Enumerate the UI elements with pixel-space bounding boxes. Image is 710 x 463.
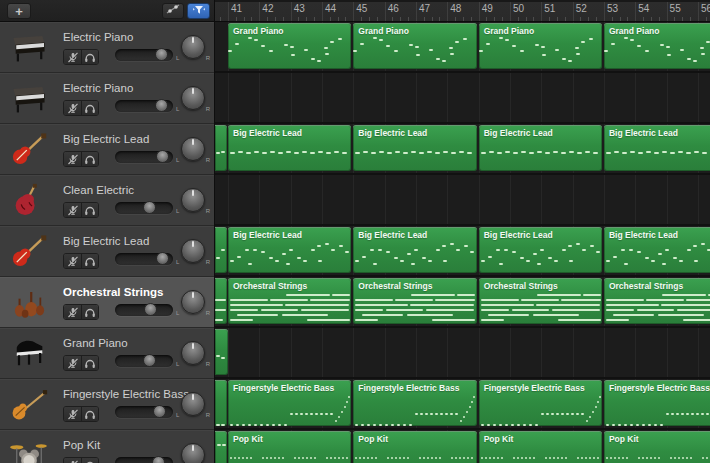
midi-region[interactable]: Orchestral Strings <box>228 278 351 324</box>
midi-note <box>386 251 390 253</box>
volume-knob[interactable] <box>156 252 169 265</box>
solo-button[interactable] <box>81 458 98 463</box>
track-header-row[interactable]: Clean ElectricLR <box>0 175 215 226</box>
track-header-row[interactable]: Orchestral StringsLR <box>0 277 215 328</box>
midi-note <box>332 294 350 296</box>
volume-slider[interactable] <box>115 457 173 463</box>
midi-region[interactable]: Orchestral Strings <box>604 278 710 324</box>
track-header-row[interactable]: Electric PianoLR <box>0 73 215 124</box>
volume-slider[interactable] <box>115 100 173 112</box>
mute-button[interactable] <box>64 101 81 115</box>
pan-knob[interactable]: LR <box>181 341 205 365</box>
midi-note <box>415 413 418 415</box>
pan-knob[interactable]: LR <box>181 188 205 212</box>
volume-knob[interactable] <box>143 201 156 214</box>
bar-ruler[interactable]: 41424344454647484950515253545556 <box>215 0 710 22</box>
volume-slider[interactable] <box>115 253 173 265</box>
volume-knob[interactable] <box>152 456 165 463</box>
volume-slider[interactable] <box>115 355 173 367</box>
midi-region-tail[interactable] <box>215 278 227 324</box>
add-track-button[interactable]: + <box>7 3 31 19</box>
pan-knob[interactable]: LR <box>181 86 205 110</box>
volume-knob[interactable] <box>144 303 157 316</box>
mute-button[interactable] <box>64 50 81 64</box>
pan-knob[interactable]: LR <box>181 290 205 314</box>
ruler-bar-line <box>291 2 292 22</box>
midi-region[interactable]: Grand Piano <box>353 23 476 69</box>
midi-note <box>481 319 504 321</box>
midi-region[interactable]: Big Electric Lead <box>353 227 476 273</box>
track-header-row[interactable]: Big Electric LeadLR <box>0 124 215 175</box>
solo-button[interactable] <box>81 254 98 268</box>
track-header-row[interactable]: Big Electric LeadLR <box>0 226 215 277</box>
volume-slider[interactable] <box>115 406 173 418</box>
mute-button[interactable] <box>64 458 81 463</box>
midi-region-tail[interactable] <box>215 329 228 375</box>
midi-region[interactable]: Pop Kit <box>604 431 710 463</box>
midi-note <box>658 314 704 316</box>
midi-region[interactable]: Pop Kit <box>228 431 351 463</box>
midi-region[interactable]: Pop Kit <box>479 431 602 463</box>
track-header-row[interactable]: Fingerstyle Electric BassLR <box>0 379 215 430</box>
volume-knob[interactable] <box>155 48 168 61</box>
midi-region[interactable]: Pop Kit <box>353 431 476 463</box>
midi-region[interactable]: Big Electric Lead <box>479 125 602 171</box>
midi-region[interactable]: Fingerstyle Electric Bass <box>353 380 476 426</box>
midi-region-tail[interactable] <box>215 431 227 463</box>
track-header-row[interactable]: Electric PianoLR <box>0 22 215 73</box>
midi-region[interactable]: Fingerstyle Electric Bass <box>479 380 602 426</box>
midi-region[interactable]: Fingerstyle Electric Bass <box>604 380 710 426</box>
volume-slider[interactable] <box>115 49 173 61</box>
timeline-track-lane: Big Electric LeadBig Electric LeadBig El… <box>215 226 710 277</box>
midi-note <box>471 401 473 403</box>
track-header-row[interactable]: Pop KitLR <box>0 430 215 463</box>
pan-knob[interactable]: LR <box>181 392 205 416</box>
volume-slider[interactable] <box>115 304 173 316</box>
midi-region[interactable]: Fingerstyle Electric Bass <box>228 380 351 426</box>
volume-knob[interactable] <box>143 354 156 367</box>
midi-region[interactable]: Grand Piano <box>228 23 351 69</box>
solo-button[interactable] <box>81 407 98 421</box>
volume-knob[interactable] <box>155 99 168 112</box>
volume-slider[interactable] <box>115 151 173 163</box>
mute-button[interactable] <box>64 203 81 217</box>
mute-button[interactable] <box>64 254 81 268</box>
track-filter-button[interactable] <box>187 3 210 19</box>
solo-button[interactable] <box>81 50 98 64</box>
automation-button[interactable] <box>162 3 184 19</box>
midi-region[interactable]: Orchestral Strings <box>353 278 476 324</box>
mute-button[interactable] <box>64 305 81 319</box>
midi-region[interactable]: Big Electric Lead <box>228 227 351 273</box>
solo-button[interactable] <box>81 101 98 115</box>
midi-region-tail[interactable] <box>215 380 227 426</box>
pan-knob[interactable]: LR <box>181 137 205 161</box>
solo-button[interactable] <box>81 356 98 370</box>
pan-knob[interactable]: LR <box>181 35 205 59</box>
pan-knob[interactable]: LR <box>181 239 205 263</box>
volume-knob[interactable] <box>156 150 169 163</box>
solo-button[interactable] <box>81 203 98 217</box>
mute-button[interactable] <box>64 152 81 166</box>
midi-region[interactable]: Big Electric Lead <box>479 227 602 273</box>
midi-region[interactable]: Big Electric Lead <box>353 125 476 171</box>
mute-button[interactable] <box>64 407 81 421</box>
volume-slider[interactable] <box>115 202 173 214</box>
solo-button[interactable] <box>81 152 98 166</box>
midi-region-tail[interactable] <box>215 227 227 273</box>
track-header-row[interactable]: Grand PianoLR <box>0 328 215 379</box>
midi-region[interactable]: Big Electric Lead <box>604 227 710 273</box>
midi-note <box>286 294 330 296</box>
midi-region-tail[interactable] <box>215 125 227 171</box>
midi-region[interactable]: Orchestral Strings <box>479 278 602 324</box>
midi-region[interactable]: Big Electric Lead <box>604 125 710 171</box>
midi-region[interactable]: Grand Piano <box>604 23 710 69</box>
midi-region[interactable]: Grand Piano <box>479 23 602 69</box>
volume-knob[interactable] <box>153 405 166 418</box>
pan-knob[interactable]: LR <box>181 443 205 463</box>
midi-region[interactable]: Big Electric Lead <box>228 125 351 171</box>
mute-button[interactable] <box>64 356 81 370</box>
midi-note <box>678 151 683 153</box>
solo-button[interactable] <box>81 305 98 319</box>
region-label: Big Electric Lead <box>484 230 602 240</box>
midi-note <box>691 413 694 415</box>
